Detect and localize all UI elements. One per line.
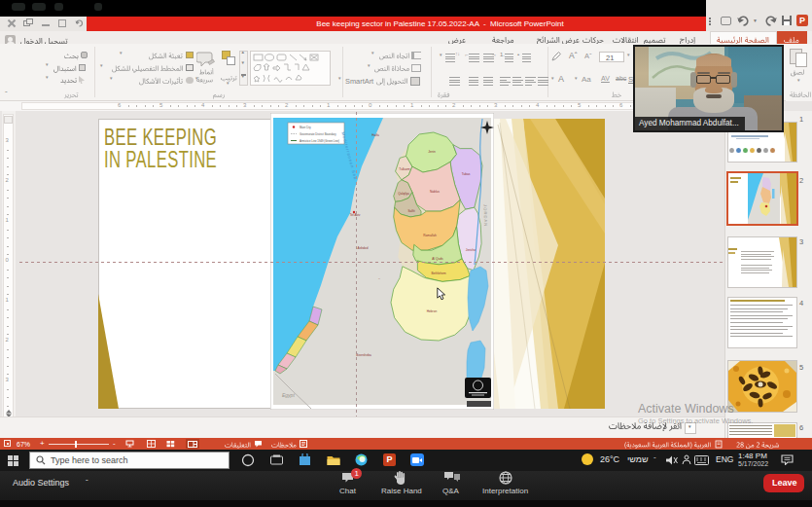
svg-text:Al Quds: Al Quds	[432, 257, 443, 261]
svg-text:Jericho: Jericho	[466, 248, 477, 252]
svg-text:Jenin: Jenin	[428, 150, 436, 154]
svg-text:Salfit: Salfit	[407, 209, 414, 213]
svg-text:Ashdod: Ashdod	[358, 246, 369, 250]
svg-text:Governorate District Boundary: Governorate District Boundary	[300, 132, 336, 136]
svg-text:Main City: Main City	[300, 126, 311, 129]
svg-text:Bethlehem: Bethlehem	[431, 272, 446, 275]
svg-text:Haifa: Haifa	[371, 133, 379, 137]
svg-text:Armistice Line 1949 (Green Lin: Armistice Line 1949 (Green Line)	[300, 139, 339, 143]
svg-text:Qalqilya: Qalqilya	[398, 192, 409, 196]
svg-text:Tulkarm: Tulkarm	[399, 167, 410, 171]
svg-text:Egypt: Egypt	[282, 392, 295, 398]
svg-text:Nablus: Nablus	[430, 190, 440, 194]
svg-text:~: ~	[378, 277, 380, 281]
svg-text:Beersheba: Beersheba	[356, 353, 371, 357]
svg-text:Hebron: Hebron	[427, 309, 438, 313]
svg-text:Ramallah: Ramallah	[423, 234, 437, 237]
svg-text:JORDAN: JORDAN	[482, 204, 488, 227]
svg-text:Tubas: Tubas	[462, 172, 471, 176]
